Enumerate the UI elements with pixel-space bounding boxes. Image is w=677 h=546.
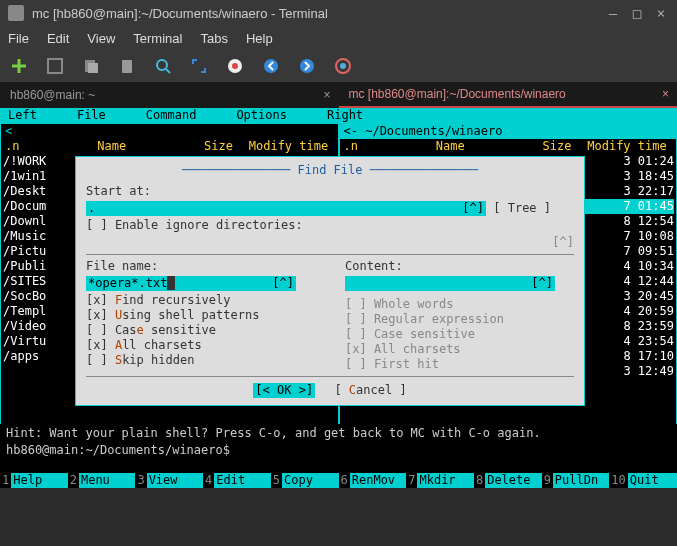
start-at-input[interactable]: .[^] <box>86 201 486 216</box>
minimize-button[interactable]: – <box>605 5 621 21</box>
right-panel-path: <- ~/Documents/winaero <box>340 124 677 139</box>
tab-bar: hb860@main: ~ × mc [hb860@main]:~/Docume… <box>0 82 677 108</box>
menu-edit[interactable]: Edit <box>47 31 69 46</box>
checkbox-option[interactable]: [x] Using shell patterns <box>86 308 315 323</box>
terminal-area: Left File Command Options Right < .nName… <box>0 108 677 488</box>
mc-menu-options[interactable]: Options <box>236 108 287 123</box>
fkey-renmov[interactable]: 6RenMov <box>339 473 407 488</box>
svg-rect-2 <box>88 63 98 73</box>
window-title: mc [hb860@main]:~/Documents/winaero - Te… <box>32 6 597 21</box>
svg-point-8 <box>300 59 314 73</box>
svg-point-10 <box>340 63 346 69</box>
maximize-button[interactable]: □ <box>629 5 645 21</box>
menu-file[interactable]: File <box>8 31 29 46</box>
toolbar <box>0 50 677 82</box>
prev-tab-button[interactable] <box>262 57 280 75</box>
column-headers: .nNameSizeModify time <box>1 139 338 154</box>
left-panel-path: < <box>1 124 338 139</box>
close-icon[interactable]: × <box>662 87 669 101</box>
next-tab-button[interactable] <box>298 57 316 75</box>
menu-view[interactable]: View <box>87 31 115 46</box>
content-input[interactable]: [^] <box>345 276 555 291</box>
new-window-button[interactable] <box>46 57 64 75</box>
tab-label: hb860@main: ~ <box>10 88 95 102</box>
fkey-quit[interactable]: 10Quit <box>609 473 677 488</box>
menu-help[interactable]: Help <box>246 31 273 46</box>
cancel-button[interactable]: [ Cancel ] <box>334 383 406 398</box>
column-headers: .nNameSizeModify time <box>340 139 677 154</box>
close-button[interactable]: × <box>653 5 669 21</box>
fkey-copy[interactable]: 5Copy <box>271 473 339 488</box>
svg-rect-3 <box>122 60 132 73</box>
function-keys: 1Help2Menu3View4Edit5Copy6RenMov7Mkdir8D… <box>0 473 677 488</box>
window-titlebar: mc [hb860@main]:~/Documents/winaero - Te… <box>0 0 677 26</box>
mc-menu-right[interactable]: Right <box>327 108 363 123</box>
copy-button[interactable] <box>82 57 100 75</box>
checkbox-option[interactable]: [x] All charsets <box>86 338 315 353</box>
checkbox-option[interactable]: [ ] Case sensitive <box>345 327 574 342</box>
svg-rect-0 <box>48 59 62 73</box>
svg-point-7 <box>264 59 278 73</box>
fkey-view[interactable]: 3View <box>135 473 203 488</box>
paste-button[interactable] <box>118 57 136 75</box>
mc-menubar: Left File Command Options Right <box>0 108 677 123</box>
terminal-tab-1[interactable]: mc [hb860@main]:~/Documents/winaero × <box>339 82 678 108</box>
search-icon[interactable] <box>154 57 172 75</box>
mc-menu-left[interactable]: Left <box>8 108 37 123</box>
menu-tabs[interactable]: Tabs <box>200 31 227 46</box>
fkey-delete[interactable]: 8Delete <box>474 473 542 488</box>
filename-label: File name: <box>86 259 315 274</box>
hint-line: Hint: Want your plain shell? Press C-o, … <box>0 424 677 443</box>
filename-input[interactable]: *opera*.txt [^] <box>86 276 296 291</box>
app-menubar: File Edit View Terminal Tabs Help <box>0 26 677 50</box>
fkey-mkdir[interactable]: 7Mkdir <box>406 473 474 488</box>
mc-menu-command[interactable]: Command <box>146 108 197 123</box>
new-tab-button[interactable] <box>10 57 28 75</box>
fkey-pulldn[interactable]: 9PullDn <box>542 473 610 488</box>
tab-label: mc [hb860@main]:~/Documents/winaero <box>349 87 566 101</box>
fkey-edit[interactable]: 4Edit <box>203 473 271 488</box>
terminal-tab-0[interactable]: hb860@main: ~ × <box>0 82 339 108</box>
preferences-button[interactable] <box>226 57 244 75</box>
close-icon[interactable]: × <box>323 88 330 102</box>
checkbox-option[interactable]: [ ] First hit <box>345 357 574 372</box>
find-file-dialog: ─────────────── Find File ──────────────… <box>75 156 585 406</box>
app-icon <box>8 5 24 21</box>
checkbox-option[interactable]: [ ] Regular expression <box>345 312 574 327</box>
svg-point-4 <box>157 60 167 70</box>
tree-button[interactable]: [ Tree ] <box>493 201 551 215</box>
checkbox-option[interactable]: [ ] Skip hidden <box>86 353 315 368</box>
dialog-title: ─────────────── Find File ──────────────… <box>86 163 574 178</box>
svg-point-6 <box>232 63 238 69</box>
start-at-label: Start at: <box>86 184 574 199</box>
help-icon[interactable] <box>334 57 352 75</box>
fullscreen-button[interactable] <box>190 57 208 75</box>
fkey-help[interactable]: 1Help <box>0 473 68 488</box>
menu-terminal[interactable]: Terminal <box>133 31 182 46</box>
content-label: Content: <box>345 259 574 274</box>
checkbox-option[interactable]: [ ] Whole words <box>345 297 574 312</box>
checkbox-option[interactable]: [x] Find recursively <box>86 293 315 308</box>
ok-button[interactable]: [< OK >] <box>253 383 315 398</box>
mc-menu-file[interactable]: File <box>77 108 106 123</box>
ignore-dirs-checkbox[interactable]: [ ] Enable ignore directories: <box>86 218 303 232</box>
checkbox-option[interactable]: [ ] Case sensitive <box>86 323 315 338</box>
shell-prompt[interactable]: hb860@main:~/Documents/winaero$ <box>0 443 677 458</box>
checkbox-option[interactable]: [x] All charsets <box>345 342 574 357</box>
fkey-menu[interactable]: 2Menu <box>68 473 136 488</box>
